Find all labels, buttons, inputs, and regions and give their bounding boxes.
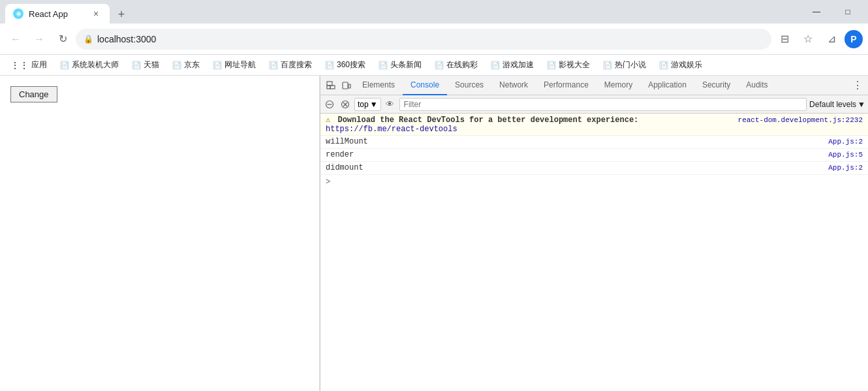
bookmark-9[interactable]: 📄 游戏加速	[486, 58, 539, 72]
bookmark-icon: 📄	[547, 61, 556, 70]
console-text-3: didmount	[326, 163, 364, 172]
console-filter-input[interactable]	[399, 98, 807, 111]
preserve-log-button[interactable]	[339, 98, 352, 111]
device-toolbar-button[interactable]	[339, 78, 354, 93]
console-text-0: Download the React DevTools for a better…	[337, 116, 638, 125]
bookmark-6[interactable]: 📄 360搜索	[320, 58, 371, 72]
console-message-content-1: willMount	[326, 137, 823, 146]
translate-button[interactable]: ⊟	[774, 29, 795, 50]
bookmark-1[interactable]: 📄 系统装机大师	[55, 58, 124, 72]
minimize-button[interactable]: —	[801, 3, 831, 21]
main-area: Change Elements	[0, 76, 868, 391]
bookmarks-bar: ⋮⋮ 应用 📄 系统装机大师 📄 天猫 📄 京东 📄 网址导航 📄 百度搜索 📄…	[0, 55, 868, 76]
tab-console[interactable]: Console	[403, 76, 447, 95]
back-button[interactable]: ←	[5, 29, 26, 50]
svg-rect-3	[343, 82, 348, 89]
default-levels-arrow: ▼	[858, 100, 865, 109]
tab-title: React App	[29, 9, 68, 19]
context-value: top	[358, 100, 369, 109]
devtools-tabs: Elements Console Sources Network Perform…	[354, 76, 776, 95]
cast-button[interactable]: ⊿	[821, 29, 842, 50]
tab-elements[interactable]: Elements	[354, 76, 403, 95]
console-input[interactable]	[333, 178, 863, 187]
bookmark-label: 在线购彩	[446, 59, 478, 70]
console-link-devtools[interactable]: https://fb.me/react-devtools	[326, 125, 457, 134]
console-message-0: ⚠ Download the React DevTools for a bett…	[320, 114, 868, 136]
default-levels-dropdown[interactable]: Default levels ▼	[809, 100, 865, 109]
bookmark-icon: 📄	[603, 61, 612, 70]
context-dropdown-icon: ▼	[370, 100, 378, 109]
tab-favicon: ⚛	[13, 8, 23, 19]
bookmark-button[interactable]: ☆	[798, 29, 818, 50]
bookmark-label: 游戏娱乐	[671, 59, 702, 70]
bookmark-label: 网址导航	[225, 59, 256, 70]
console-text-2: render	[326, 150, 354, 159]
forward-button[interactable]: →	[29, 29, 50, 50]
console-message-1: willMount App.js:2	[320, 136, 868, 149]
address-actions: ⊟ ☆ ⊿ P	[774, 29, 863, 50]
browser-tab[interactable]: ⚛ React App ×	[5, 4, 110, 23]
bookmark-icon: 📄	[491, 61, 500, 70]
bookmark-12[interactable]: 📄 游戏娱乐	[654, 58, 707, 72]
tab-sources[interactable]: Sources	[447, 76, 491, 95]
tab-memory[interactable]: Memory	[597, 76, 640, 95]
profile-avatar[interactable]: P	[845, 30, 863, 48]
maximize-button[interactable]: □	[833, 3, 863, 21]
bookmark-apps[interactable]: ⋮⋮ 应用	[5, 58, 52, 72]
tab-audits[interactable]: Audits	[738, 76, 775, 95]
console-toolbar: top ▼ 👁 Default levels ▼	[320, 95, 868, 114]
bookmark-icon: 📄	[132, 61, 141, 70]
clear-console-button[interactable]	[323, 98, 336, 111]
tab-network[interactable]: Network	[491, 76, 536, 95]
tab-close-button[interactable]: ×	[90, 8, 102, 20]
svg-rect-1	[327, 86, 330, 89]
bookmark-label: 影视大全	[559, 59, 590, 70]
window-controls: — □	[801, 3, 863, 21]
title-bar: ⚛ React App × + — □	[0, 0, 868, 23]
new-tab-button[interactable]: +	[112, 5, 131, 23]
console-source-0[interactable]: react-dom.development.js:2232	[738, 116, 863, 124]
bookmark-icon: 📄	[325, 61, 334, 70]
inspect-element-button[interactable]	[323, 78, 339, 93]
context-selector[interactable]: top ▼	[354, 98, 381, 111]
svg-rect-2	[330, 86, 335, 89]
bookmark-label: 热门小说	[615, 59, 646, 70]
devtools-more-button[interactable]: ⋮	[850, 78, 865, 93]
bookmark-11[interactable]: 📄 热门小说	[598, 58, 651, 72]
bookmark-icon: 📄	[435, 61, 444, 70]
default-levels-label: Default levels	[809, 100, 856, 109]
refresh-button[interactable]: ↻	[52, 29, 73, 50]
bookmark-7[interactable]: 📄 头条新闻	[373, 58, 427, 72]
console-source-2[interactable]: App.js:5	[828, 151, 863, 159]
console-message-content-2: render	[326, 150, 823, 159]
bookmark-3[interactable]: 📄 京东	[167, 58, 205, 72]
bookmark-label: 游戏加速	[503, 59, 534, 70]
console-message-3: didmount App.js:2	[320, 162, 868, 175]
bookmark-icon: 📄	[659, 61, 668, 70]
lock-icon: 🔒	[84, 35, 93, 44]
devtools-tabs-toolbar: Elements Console Sources Network Perform…	[320, 76, 868, 95]
console-text-1: willMount	[326, 137, 368, 146]
change-button[interactable]: Change	[10, 86, 57, 102]
bookmark-label: 天猫	[144, 59, 159, 70]
eye-icon[interactable]: 👁	[384, 98, 397, 111]
bookmark-label: 系统装机大师	[72, 59, 119, 70]
console-prompt: >	[320, 175, 868, 189]
tab-performance[interactable]: Performance	[536, 76, 597, 95]
bookmark-10[interactable]: 📄 影视大全	[542, 58, 595, 72]
console-message-2: render App.js:5	[320, 149, 868, 162]
tab-security[interactable]: Security	[694, 76, 738, 95]
console-source-1[interactable]: App.js:2	[828, 138, 863, 146]
console-source-3[interactable]: App.js:2	[828, 164, 863, 172]
devtools-panel: Elements Console Sources Network Perform…	[320, 76, 868, 391]
bookmark-2[interactable]: 📄 天猫	[127, 58, 164, 72]
tab-application[interactable]: Application	[640, 76, 694, 95]
address-bar: ← → ↻ 🔒 localhost:3000 ⊟ ☆ ⊿ P	[0, 23, 868, 55]
bookmark-4[interactable]: 📄 网址导航	[208, 58, 261, 72]
bookmark-icon: 📄	[269, 61, 278, 70]
bookmark-label: 360搜索	[337, 59, 365, 70]
url-text: localhost:3000	[97, 34, 156, 44]
bookmark-5[interactable]: 📄 百度搜索	[264, 58, 317, 72]
url-bar[interactable]: 🔒 localhost:3000	[76, 29, 771, 50]
bookmark-8[interactable]: 📄 在线购彩	[429, 58, 483, 72]
